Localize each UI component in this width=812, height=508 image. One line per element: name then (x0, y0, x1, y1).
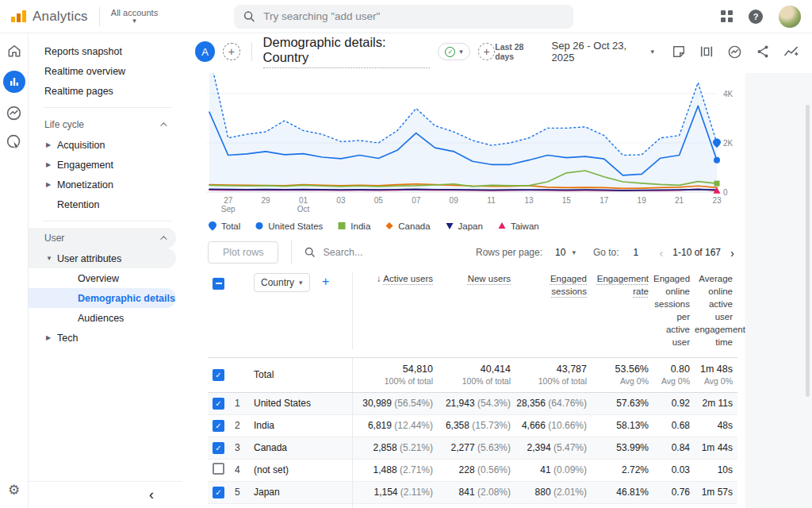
col-avg-engagement-time[interactable]: Average online active user engagement ti… (695, 272, 737, 349)
feedback-note-icon[interactable] (672, 44, 686, 59)
page-gutter (745, 73, 812, 508)
table-row[interactable]: 4 (not set)1,488 (2.71%)228 (0.56%)41 (0… (208, 460, 737, 482)
analytics-logo-icon (11, 10, 26, 22)
nav-reports-snapshot[interactable]: Reports snapshot (29, 41, 182, 61)
col-engaged-sessions[interactable]: Engaged sessions (515, 272, 592, 298)
col-new-users[interactable]: New users (438, 272, 515, 285)
nav-realtime-pages[interactable]: Realtime pages (29, 81, 182, 101)
svg-text:13: 13 (524, 196, 534, 205)
nav-tech[interactable]: ▶Tech (29, 328, 182, 348)
section-user[interactable]: User (29, 228, 176, 248)
svg-text:19: 19 (638, 196, 647, 205)
table-search[interactable] (304, 247, 410, 258)
rows-per-page-select[interactable]: 10 (555, 247, 565, 258)
table-row[interactable]: ✓ 2 India6,819 (12.44%)6,358 (15.73%)4,6… (208, 415, 737, 437)
plot-rows-button[interactable]: Plot rows (208, 241, 278, 264)
svg-text:21: 21 (675, 196, 684, 205)
date-range-picker[interactable]: Sep 26 - Oct 23, 2025 ▾ (552, 40, 654, 64)
legend-item-total[interactable]: Total (208, 221, 240, 231)
prev-page-icon[interactable]: ‹ (656, 246, 666, 260)
chevron-up-icon (160, 236, 167, 242)
legend-item-taiwan[interactable]: Taiwan (497, 221, 539, 231)
apps-grid-icon[interactable] (721, 10, 733, 22)
nav-overview[interactable]: Overview (29, 268, 176, 288)
svg-text:05: 05 (374, 196, 384, 205)
table-row[interactable]: ✓ 6 Taiwan944 (1.72%)750 (1.86%)896 (2.0… (208, 504, 737, 508)
vertical-scrollbar[interactable] (806, 105, 810, 397)
metric-cell: 0.68 (653, 420, 695, 431)
metric-cell: 48s (695, 420, 737, 431)
report-status-menu[interactable]: ✓ ▾ (438, 43, 470, 60)
help-icon[interactable]: ? (749, 10, 763, 24)
country-cell: Japan (254, 487, 352, 498)
metric-cell: 6,358 (15.73%) (438, 420, 515, 431)
global-search[interactable] (234, 5, 573, 29)
divider (43, 107, 171, 108)
metric-cell: 46.81% (592, 487, 653, 498)
nav-retention[interactable]: Retention (29, 194, 182, 214)
nav-user-attributes[interactable]: ▼User attributes (29, 248, 176, 268)
compare-icon[interactable] (699, 44, 714, 59)
add-comparison-button[interactable]: + (223, 43, 239, 60)
chevron-down-icon: ▾ (459, 48, 463, 56)
table-row[interactable]: ✓ 3 Canada2,858 (5.21%)2,277 (5.63%)2,39… (208, 437, 737, 460)
metric-cell: 841 (2.08%) (438, 487, 515, 498)
row-checkbox[interactable]: ✓ (213, 442, 224, 454)
svg-text:0: 0 (723, 188, 728, 197)
legend-item-india[interactable]: India (337, 221, 370, 231)
nav-engagement[interactable]: ▶Engagement (29, 155, 182, 175)
nav-acquisition[interactable]: ▶Acquisition (29, 135, 182, 155)
row-checkbox[interactable]: ✓ (213, 420, 224, 432)
explore-icon[interactable] (6, 105, 22, 121)
legend-item-japan[interactable]: Japan (445, 221, 483, 231)
reports-icon[interactable] (3, 71, 25, 93)
metric-cell: 944 (1.72%) (352, 504, 438, 508)
row-checkbox[interactable] (213, 463, 224, 475)
row-checkbox[interactable]: ✓ (213, 487, 224, 498)
nav-audiences[interactable]: Audiences (29, 308, 176, 328)
report-title[interactable]: Demographic details: Country (263, 35, 431, 68)
go-to-input[interactable]: 1 (634, 247, 639, 258)
nav-demographic-details[interactable]: Demographic details (29, 288, 176, 308)
date-preset-label: Last 28 days (495, 42, 542, 61)
sparkline-insights-icon[interactable] (783, 44, 799, 59)
nav-realtime-overview[interactable]: Realtime overview (29, 61, 182, 81)
home-icon[interactable] (6, 43, 22, 59)
add-dimension-button[interactable]: + (322, 275, 329, 288)
select-all-checkbox[interactable] (213, 278, 224, 290)
share-icon[interactable] (756, 44, 770, 59)
table-row[interactable]: ✓ 5 Japan1,154 (2.11%)841 (2.08%)880 (2.… (208, 482, 737, 504)
table-body: ✓ 1 United States30,989 (56.54%)21,943 (… (208, 393, 737, 508)
col-engagement-rate[interactable]: Engagement rate (592, 272, 653, 298)
legend-item-canada[interactable]: Canada (385, 221, 430, 231)
next-page-icon[interactable]: › (727, 246, 737, 260)
table-search-input[interactable] (323, 247, 410, 258)
metric-cell: 880 (2.01%) (515, 487, 592, 498)
col-active-users[interactable]: ↓ Active users (352, 272, 438, 349)
dimension-selector[interactable]: Country▾ (254, 273, 310, 292)
svg-text:01: 01 (299, 196, 308, 205)
insights-circle-icon[interactable] (727, 44, 742, 60)
account-switcher[interactable]: All accounts ▾ (111, 8, 158, 25)
property-badge[interactable]: A (195, 41, 215, 62)
table-row[interactable]: ✓ 1 United States30,989 (56.54%)21,943 (… (208, 393, 737, 415)
nav-monetization[interactable]: ▶Monetization (29, 175, 182, 194)
metric-cell: 1,154 (2.11%) (352, 482, 438, 503)
total-metric: 43,787100% of total (515, 364, 592, 386)
total-checkbox[interactable]: ✓ (213, 369, 224, 381)
top-app-bar: Analytics All accounts ▾ ? (0, 0, 812, 33)
table-header-row: Country▾ + ↓ Active users New users Enga… (208, 266, 737, 358)
metric-cell: 2.72% (592, 464, 653, 475)
collapse-nav-icon[interactable]: ‹ (149, 487, 154, 503)
section-life-cycle[interactable]: Life cycle (29, 114, 176, 135)
settings-gear-icon[interactable]: ⚙ (8, 482, 20, 498)
advertising-icon[interactable] (6, 133, 22, 150)
total-metric: 1m 48sAvg 0% (695, 364, 737, 386)
search-input[interactable] (263, 10, 564, 22)
legend-item-united-states[interactable]: United States (255, 221, 323, 231)
add-report-button[interactable]: + (478, 43, 495, 60)
row-checkbox[interactable]: ✓ (213, 398, 224, 410)
metric-cell: 228 (0.56%) (438, 464, 515, 475)
user-avatar[interactable] (779, 6, 801, 28)
col-engaged-sessions-per-user[interactable]: Engaged online sessions per active user (653, 272, 695, 349)
